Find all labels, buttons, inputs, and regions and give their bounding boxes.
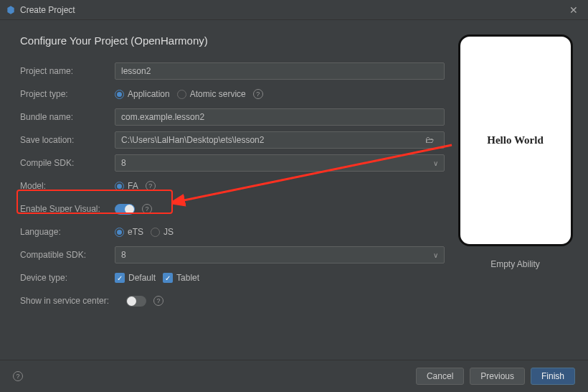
compile-sdk-label: Compile SDK:: [20, 158, 115, 168]
show-in-service-label: Show in service center:: [20, 296, 126, 306]
folder-icon[interactable]: 🗁: [425, 135, 434, 145]
model-label: Model:: [20, 181, 115, 191]
compatible-sdk-label: Compatible SDK:: [20, 250, 115, 260]
help-icon[interactable]: ?: [253, 89, 263, 99]
bundle-name-input[interactable]: [115, 108, 445, 126]
preview-text: Hello World: [487, 134, 543, 146]
help-icon[interactable]: ?: [13, 371, 23, 381]
form-area: Configure Your Project (OpenHarmony) Pro…: [0, 26, 455, 360]
radio-label: Application: [128, 89, 170, 99]
save-location-label: Save location:: [20, 135, 115, 145]
enable-super-visual-label: Enable Super Visual:: [20, 204, 115, 214]
language-ets-radio[interactable]: eTS: [115, 227, 143, 237]
titlebar: Create Project ✕: [0, 0, 588, 20]
close-icon[interactable]: ✕: [565, 3, 582, 17]
project-name-label: Project name:: [20, 66, 115, 76]
compile-sdk-select[interactable]: 8 ∨: [115, 154, 445, 172]
preview-area: Hello World Empty Ability: [455, 26, 588, 360]
radio-label: FA: [128, 181, 138, 191]
compatible-sdk-select[interactable]: 8 ∨: [115, 246, 445, 263]
project-name-input[interactable]: [115, 62, 445, 80]
language-label: Language:: [20, 227, 115, 237]
help-icon[interactable]: ?: [142, 204, 152, 214]
chevron-down-icon: ∨: [433, 251, 438, 259]
save-location-value: C:\Users\LalHan\Desktop\ets\lesson2: [121, 135, 264, 145]
enable-super-visual-toggle[interactable]: [115, 204, 135, 215]
previous-button[interactable]: Previous: [470, 368, 525, 385]
language-js-radio[interactable]: JS: [151, 227, 174, 237]
finish-button[interactable]: Finish: [531, 368, 575, 385]
window-title: Create Project: [20, 5, 75, 15]
save-location-input[interactable]: C:\Users\LalHan\Desktop\ets\lesson2 🗁: [115, 131, 445, 149]
compile-sdk-value: 8: [121, 158, 126, 168]
compatible-sdk-value: 8: [121, 250, 126, 260]
checkbox-label: Default: [128, 273, 156, 283]
page-title: Configure Your Project (OpenHarmony): [20, 34, 455, 47]
chevron-down-icon: ∨: [433, 159, 438, 167]
cancel-button[interactable]: Cancel: [416, 368, 464, 385]
bundle-name-label: Bundle name:: [20, 112, 115, 122]
radio-label: eTS: [128, 227, 143, 237]
radio-label: Atomic service: [190, 89, 246, 99]
footer: ? Cancel Previous Finish: [0, 360, 588, 392]
checkbox-label: Tablet: [176, 273, 199, 283]
show-in-service-toggle[interactable]: [126, 296, 146, 307]
project-type-label: Project type:: [20, 89, 115, 99]
help-icon[interactable]: ?: [153, 296, 163, 306]
device-tablet-checkbox[interactable]: ✓Tablet: [163, 273, 199, 283]
project-type-application-radio[interactable]: Application: [115, 89, 170, 99]
help-icon[interactable]: ?: [146, 181, 156, 191]
app-icon: [6, 5, 16, 15]
preview-phone: Hello World: [458, 34, 573, 246]
project-type-atomic-radio[interactable]: Atomic service: [177, 89, 246, 99]
preview-caption: Empty Ability: [490, 259, 540, 269]
device-default-checkbox[interactable]: ✓Default: [115, 273, 156, 283]
radio-label: JS: [163, 227, 174, 237]
model-fa-radio[interactable]: FA: [115, 181, 138, 191]
device-type-label: Device type:: [20, 273, 115, 283]
